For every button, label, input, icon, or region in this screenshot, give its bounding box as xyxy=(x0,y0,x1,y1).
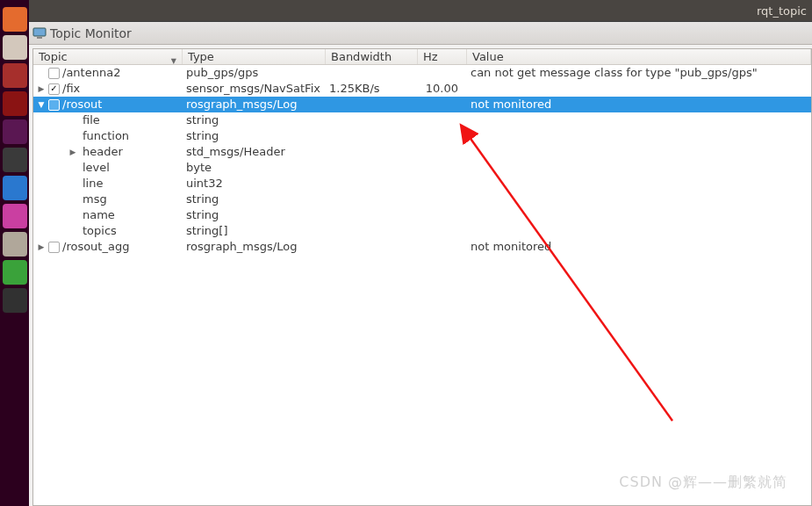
cell-bw xyxy=(326,112,418,128)
table-row[interactable]: namestring xyxy=(33,207,811,223)
cell-val: not monitored xyxy=(467,239,811,255)
table-row[interactable]: ▼/rosoutrosgraph_msgs/Lognot monitored xyxy=(33,97,811,112)
cell-type: string xyxy=(183,112,326,128)
cell-type: string xyxy=(183,128,326,144)
cell-bw xyxy=(326,223,418,239)
cell-hz xyxy=(418,160,467,176)
topic-name: /rosout_agg xyxy=(62,239,129,255)
table-row[interactable]: topicsstring[] xyxy=(33,223,811,239)
svg-rect-1 xyxy=(37,37,42,39)
cell-hz xyxy=(418,144,467,160)
topic-name: /rosout xyxy=(62,97,102,112)
topic-tree: Topic▼ Type Bandwidth Hz Value /antenna2… xyxy=(32,48,812,506)
chevron-right-icon[interactable]: ▶ xyxy=(37,81,46,97)
sort-indicator-icon: ▼ xyxy=(171,54,176,64)
col-hz[interactable]: Hz xyxy=(418,49,467,64)
table-row[interactable]: ▶headerstd_msgs/Header xyxy=(33,144,811,160)
cell-type: uint32 xyxy=(183,176,326,192)
cell-type: string[] xyxy=(183,223,326,239)
chevron-right-icon[interactable]: ▶ xyxy=(37,239,46,255)
topic-name: topics xyxy=(83,223,117,239)
table-row[interactable]: lineuint32 xyxy=(33,176,811,192)
topic-monitor-window: Topic Monitor Topic▼ Type Bandwidth Hz V… xyxy=(29,21,812,506)
launcher-item-5[interactable] xyxy=(3,148,27,172)
cell-type: string xyxy=(183,207,326,223)
cell-hz xyxy=(418,112,467,128)
column-headers: Topic▼ Type Bandwidth Hz Value xyxy=(33,49,811,65)
chevron-down-icon[interactable]: ▼ xyxy=(37,97,46,112)
menubar-title: rqt_topic xyxy=(757,4,807,18)
table-row[interactable]: levelbyte xyxy=(33,160,811,176)
cell-val xyxy=(467,81,811,97)
topic-name: file xyxy=(83,112,100,128)
cell-bw xyxy=(326,128,418,144)
cell-type: string xyxy=(183,192,326,207)
launcher-item-1[interactable] xyxy=(3,35,27,60)
cell-bw xyxy=(326,144,418,160)
table-row[interactable]: filestring xyxy=(33,112,811,128)
col-type[interactable]: Type xyxy=(183,49,326,64)
cell-val xyxy=(467,176,811,192)
cell-type: rosgraph_msgs/Log xyxy=(183,97,326,112)
launcher-item-0[interactable] xyxy=(3,7,27,32)
launcher-item-9[interactable] xyxy=(3,260,27,285)
monitor-icon xyxy=(32,27,47,40)
cell-hz xyxy=(418,223,467,239)
monitor-checkbox[interactable] xyxy=(48,99,60,111)
cell-val xyxy=(467,207,811,223)
cell-val xyxy=(467,112,811,128)
cell-hz xyxy=(418,97,467,112)
cell-hz xyxy=(418,128,467,144)
col-topic[interactable]: Topic▼ xyxy=(33,49,183,64)
cell-hz: 10.00 xyxy=(418,81,467,97)
monitor-checkbox[interactable] xyxy=(48,68,60,79)
cell-val xyxy=(467,223,811,239)
table-row[interactable]: /antenna2pub_gps/gpscan not get message … xyxy=(33,65,811,81)
cell-bw xyxy=(326,176,418,192)
cell-val xyxy=(467,192,811,207)
launcher xyxy=(0,0,29,506)
table-row[interactable]: functionstring xyxy=(33,128,811,144)
cell-type: pub_gps/gps xyxy=(183,65,326,81)
launcher-item-4[interactable] xyxy=(3,119,27,144)
cell-type: rosgraph_msgs/Log xyxy=(183,239,326,255)
topic-name: line xyxy=(83,176,103,192)
launcher-item-8[interactable] xyxy=(3,232,27,257)
chevron-right-icon[interactable]: ▶ xyxy=(68,144,77,160)
col-bandwidth[interactable]: Bandwidth xyxy=(326,49,418,64)
monitor-checkbox[interactable] xyxy=(48,242,60,253)
cell-bw xyxy=(326,207,418,223)
topic-name: function xyxy=(83,128,129,144)
cell-bw xyxy=(326,160,418,176)
cell-val xyxy=(467,144,811,160)
cell-bw xyxy=(326,97,418,112)
cell-hz xyxy=(418,239,467,255)
launcher-item-7[interactable] xyxy=(3,204,27,228)
launcher-item-2[interactable] xyxy=(3,63,27,88)
menubar: rqt_topic xyxy=(29,0,812,21)
cell-val: not monitored xyxy=(467,97,811,112)
svg-rect-0 xyxy=(33,28,46,36)
cell-bw: 1.25KB/s xyxy=(326,81,418,97)
table-row[interactable]: ▶/fixsensor_msgs/NavSatFix1.25KB/s10.00 xyxy=(33,81,811,97)
topic-name: msg xyxy=(83,192,107,207)
table-row[interactable]: msgstring xyxy=(33,192,811,207)
topic-name: /antenna2 xyxy=(62,65,120,81)
monitor-checkbox[interactable] xyxy=(48,83,60,95)
window-title: Topic Monitor xyxy=(50,26,132,40)
table-row[interactable]: ▶/rosout_aggrosgraph_msgs/Lognot monitor… xyxy=(33,239,811,255)
watermark: CSDN @辉——删繁就简 xyxy=(619,473,787,492)
cell-bw xyxy=(326,239,418,255)
launcher-item-3[interactable] xyxy=(3,91,27,116)
cell-hz xyxy=(418,207,467,223)
cell-hz xyxy=(418,192,467,207)
cell-bw xyxy=(326,192,418,207)
topic-name: level xyxy=(83,160,110,176)
cell-type: sensor_msgs/NavSatFix xyxy=(183,81,326,97)
topic-name: header xyxy=(83,144,123,160)
cell-val xyxy=(467,160,811,176)
launcher-item-10[interactable] xyxy=(3,288,27,313)
col-value[interactable]: Value xyxy=(467,49,811,64)
launcher-item-6[interactable] xyxy=(3,176,27,200)
cell-type: byte xyxy=(183,160,326,176)
